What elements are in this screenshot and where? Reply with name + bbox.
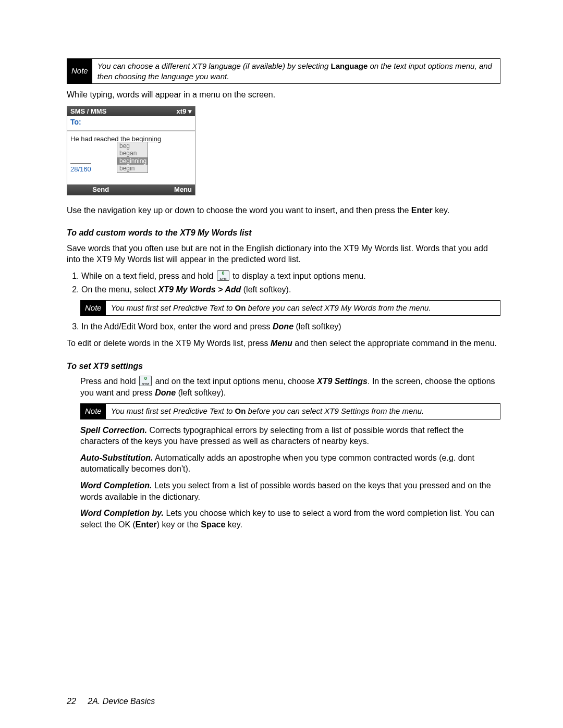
subheading-my-words: To add custom words to the XT9 My Words …	[67, 227, 500, 239]
option-item: Word Completion by. Lets you choose whic…	[80, 508, 500, 530]
text: (left softkey)	[293, 322, 341, 331]
done-label: Done	[273, 322, 293, 331]
note-text: You must first set Predictive Text to	[111, 303, 235, 312]
option-item: Word Completion. Lets you select from a …	[80, 480, 500, 502]
note-text: before you can select XT9 Settings from …	[246, 406, 424, 415]
phone-suggestion-item: begin	[117, 165, 148, 172]
text: Use the navigation key up or down to cho…	[67, 206, 411, 215]
steps-list-cont: In the Add/Edit Word box, enter the word…	[67, 321, 500, 332]
note-text: You can choose a different XT9 language …	[97, 61, 331, 70]
phone-suggestion-item: began	[117, 150, 148, 157]
step-item: On the menu, select XT9 My Words > Add (…	[81, 284, 500, 295]
body-text: While typing, words will appear in a men…	[67, 89, 500, 101]
note-tag: Note	[81, 404, 106, 418]
phone-illustration: SMS / MMS xt9 ▾ To: He had reached the b…	[67, 106, 195, 195]
text: To edit or delete words in the XT9 My Wo…	[67, 339, 271, 348]
option-head: Spell Correction.	[80, 426, 147, 435]
phone-title-left: SMS / MMS	[70, 107, 106, 116]
step-item: In the Add/Edit Word box, enter the word…	[81, 321, 500, 332]
menu-label: Menu	[271, 339, 292, 348]
phone-suggestion-item-selected: beginning	[117, 157, 148, 165]
body-text: Press and hold and on the text input opt…	[80, 376, 500, 398]
option-body: ) key or the	[157, 520, 201, 529]
text: key.	[433, 206, 450, 215]
text: (left softkey).	[176, 388, 226, 397]
option-head: Auto-Substitution.	[80, 453, 153, 462]
note-body: You must first set Predictive Text to On…	[106, 301, 500, 315]
page-number: 22	[67, 697, 76, 706]
text: In the Add/Edit Word box, enter the word…	[81, 322, 273, 331]
phone-title-right: xt9 ▾	[177, 107, 192, 116]
text: (left softkey).	[241, 285, 291, 294]
body-text: To edit or delete words in the XT9 My Wo…	[67, 338, 500, 349]
text: Press and hold	[80, 377, 138, 386]
section-title: 2A. Device Basics	[88, 697, 155, 706]
note-tag: Note	[81, 301, 106, 315]
body-text: Use the navigation key up or down to cho…	[67, 205, 500, 216]
step-item: While on a text field, press and hold to…	[81, 270, 500, 282]
note-body: You can choose a different XT9 language …	[92, 59, 500, 83]
sym-key-icon	[139, 376, 152, 386]
steps-list: While on a text field, press and hold to…	[67, 270, 500, 295]
phone-to-field: To:	[67, 116, 195, 131]
option-head: Word Completion by.	[80, 509, 164, 517]
note-tag: Note	[67, 59, 92, 83]
text: and then select the appropriate command …	[292, 339, 497, 348]
body-text: Save words that you often use but are no…	[67, 243, 500, 265]
sym-key-icon	[217, 270, 229, 281]
text: While on a text field, press and hold	[81, 272, 216, 280]
note-body: You must first set Predictive Text to On…	[106, 404, 500, 418]
option-head: Word Completion.	[80, 481, 152, 490]
phone-softkey-left: Send	[70, 185, 131, 194]
note-box-mywords: Note You must first set Predictive Text …	[80, 300, 500, 316]
text: and on the text input options menu, choo…	[153, 377, 317, 386]
page: { "notes": { "note1": { "tag": "Note", "…	[0, 0, 563, 728]
text: to display a text input options menu.	[230, 272, 366, 280]
text: On the menu, select	[81, 285, 158, 294]
phone-softkey-right: Menu	[131, 185, 192, 194]
note-bold: Language	[331, 61, 368, 70]
note-bold: On	[235, 303, 246, 312]
phone-suggestion-menu: beg began beginning begin	[117, 142, 148, 173]
enter-key-label: Enter	[411, 206, 433, 215]
option-item: Auto-Substitution. Automatically adds an…	[80, 452, 500, 475]
phone-titlebar: SMS / MMS xt9 ▾	[67, 106, 195, 117]
phone-softkey-bar: Send Menu	[67, 184, 195, 195]
menu-path: XT9 My Words > Add	[158, 285, 241, 294]
phone-suggestion-item: beg	[117, 142, 148, 150]
done-label: Done	[155, 388, 176, 397]
option-body: key.	[225, 520, 242, 529]
space-key-label: Space	[201, 520, 225, 529]
note-box-xt9settings: Note You must first set Predictive Text …	[80, 403, 500, 419]
note-box-language: Note You can choose a different XT9 lang…	[67, 58, 500, 84]
phone-char-counter: 28/160	[70, 163, 91, 174]
note-text: before you can select XT9 My Words from …	[246, 303, 431, 312]
page-footer: 22 2A. Device Basics	[67, 696, 155, 707]
enter-key-label: Enter	[136, 520, 157, 529]
note-bold: On	[235, 406, 246, 415]
xt9-settings-label: XT9 Settings	[317, 377, 368, 386]
note-text: You must first set Predictive Text to	[111, 406, 235, 415]
subheading-xt9-settings: To set XT9 settings	[67, 361, 500, 372]
phone-msg-area: He had reached the beginning beg began b…	[67, 131, 195, 184]
option-item: Spell Correction. Corrects typographical…	[80, 425, 500, 447]
